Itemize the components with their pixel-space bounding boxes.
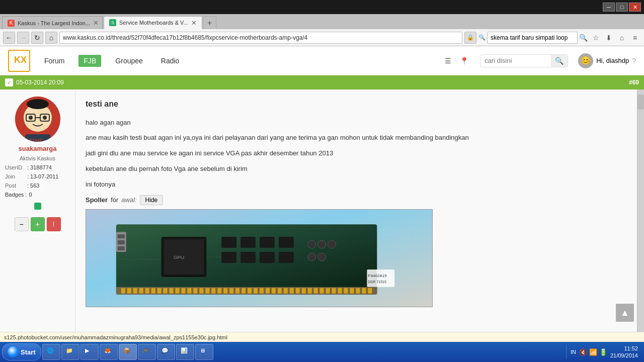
tab-bar: K Kaskus - The Largest Indon... ✕ S Serv…: [0, 14, 644, 29]
program-icon: 📦: [123, 347, 132, 356]
spoiler-bar: Spoller for awal: Hide: [86, 195, 627, 206]
taskbar-chat[interactable]: 💬: [157, 344, 175, 360]
status-bar: s125.photobucket.com/user/muhammadazminu…: [0, 332, 644, 342]
back-to-top-button[interactable]: ▲: [616, 304, 634, 322]
nav-search-input[interactable]: [480, 55, 551, 66]
maximize-button[interactable]: □: [616, 3, 628, 12]
badges-label: Badges :: [5, 192, 27, 198]
svg-rect-60: [221, 237, 236, 248]
nav-search-button[interactable]: 🔍: [551, 55, 568, 67]
taskbar-explorer[interactable]: 📁: [61, 344, 79, 360]
minimize-button[interactable]: ─: [603, 3, 615, 12]
home-button[interactable]: ⌂: [45, 32, 57, 44]
search-engine-icon: 🔍: [478, 34, 486, 41]
plus-button[interactable]: +: [31, 217, 45, 231]
minus-button[interactable]: −: [15, 217, 29, 231]
kaskus-logo[interactable]: KX: [8, 50, 30, 72]
post-container: ✓ 05-03-2014 20:09 #69: [0, 75, 644, 332]
nav-groupee[interactable]: Groupee: [111, 55, 146, 67]
post-para-3: kebetulan ane dlu pernah foto Vga ane se…: [86, 164, 627, 174]
taskbar-steam[interactable]: 🎮: [138, 344, 156, 360]
join-row: Join : 13-07-2011: [5, 173, 70, 179]
svg-rect-29: [205, 288, 209, 294]
svg-rect-56: [368, 288, 372, 294]
page-content: KX Forum FJB Groupee Radio ☰ 📍 🔍 😊 Hi, d…: [0, 46, 644, 342]
green-badge: [34, 203, 41, 210]
svg-rect-24: [175, 288, 179, 294]
svg-point-71: [308, 253, 316, 261]
user-avatar: 😊: [578, 53, 593, 68]
spoiler-hide-button[interactable]: Hide: [140, 195, 164, 205]
taskbar-ie[interactable]: 🌐: [42, 344, 60, 360]
tab-2-close[interactable]: ✕: [191, 20, 197, 26]
search-magnifier[interactable]: 🔍: [579, 34, 588, 42]
tray-icon-1: 🔇: [579, 348, 587, 356]
new-tab-button[interactable]: +: [203, 16, 216, 29]
tab-2[interactable]: S Service Motherboards & V... ✕: [104, 16, 202, 29]
tab-1-close[interactable]: ✕: [93, 20, 99, 26]
badges-row: Badges : 0: [5, 192, 70, 198]
svg-rect-41: [278, 288, 282, 294]
report-button[interactable]: !: [47, 217, 61, 231]
svg-point-8: [43, 116, 47, 120]
help-icon[interactable]: ?: [632, 57, 636, 65]
svg-text:GPU: GPU: [174, 254, 185, 260]
svg-rect-53: [350, 288, 354, 294]
taskbar-program[interactable]: 📦: [119, 344, 137, 360]
menu-icon[interactable]: ≡: [629, 32, 641, 44]
taskbar-desktop[interactable]: 🖥: [195, 344, 213, 360]
user-area[interactable]: 😊 Hi, diashdp ?: [578, 53, 636, 68]
download-icon[interactable]: ⬇: [603, 32, 615, 44]
clock-time: 11:52: [610, 345, 638, 352]
svg-rect-66: [260, 252, 275, 263]
list-icon[interactable]: ☰: [442, 55, 454, 67]
svg-rect-46: [308, 288, 312, 294]
nav-radio[interactable]: Radio: [157, 55, 184, 67]
post-action-buttons: − + !: [15, 217, 61, 231]
post-body: STAM suakamarga Aktivis Kaskus UserID : …: [0, 89, 644, 332]
join-label: Join: [5, 173, 25, 179]
svg-rect-37: [254, 288, 258, 294]
bookmark-star-icon[interactable]: ☆: [590, 32, 602, 44]
badges-value: 0: [29, 192, 32, 198]
taskbar-media[interactable]: ▶: [80, 344, 99, 360]
tray-icons: 🔇 📶 🔋: [579, 348, 607, 356]
svg-rect-23: [170, 288, 174, 294]
close-button[interactable]: ✕: [629, 3, 641, 12]
vertical-scrollbar[interactable]: [637, 89, 644, 332]
taskbar-screen-capture[interactable]: 📊: [176, 344, 194, 360]
scrollbar-thumb[interactable]: [637, 95, 644, 110]
taskbar-firefox[interactable]: 🦊: [100, 344, 118, 360]
refresh-button[interactable]: ↻: [31, 32, 43, 44]
home-icon[interactable]: ⌂: [616, 32, 628, 44]
capture-icon: 📊: [181, 347, 190, 356]
vga-image: GPU: [86, 209, 433, 307]
forward-button[interactable]: →: [17, 32, 29, 44]
svg-rect-22: [164, 288, 168, 294]
svg-rect-33: [229, 288, 233, 294]
svg-point-9: [27, 99, 49, 109]
location-icon[interactable]: 📍: [458, 55, 470, 67]
nav-fjb[interactable]: FJB: [78, 55, 101, 67]
search-input[interactable]: [487, 32, 578, 44]
start-label: Start: [21, 348, 36, 356]
back-button[interactable]: ←: [3, 32, 15, 44]
window-controls[interactable]: ─ □ ✕: [603, 3, 641, 12]
tab-2-favicon: S: [109, 19, 116, 26]
tab-1-favicon: K: [8, 20, 15, 27]
svg-rect-28: [199, 288, 203, 294]
chat-icon: 💬: [162, 347, 171, 356]
url-input[interactable]: [59, 32, 462, 44]
nav-icons: ☰ 📍: [442, 55, 470, 67]
svg-rect-31: [217, 288, 221, 294]
avatar-svg: STAM: [15, 97, 60, 142]
start-button[interactable]: Start: [2, 343, 41, 360]
svg-rect-65: [240, 252, 256, 263]
username[interactable]: suakamarga: [19, 145, 57, 152]
spoiler-for-text: for: [111, 195, 118, 206]
svg-rect-51: [338, 288, 342, 294]
nav-forum[interactable]: Forum: [40, 55, 68, 67]
svg-rect-42: [284, 288, 288, 294]
system-tray: IN 🔇 📶 🔋 11:52 21/09/2014: [566, 345, 642, 359]
tab-1[interactable]: K Kaskus - The Largest Indon... ✕: [2, 16, 103, 29]
